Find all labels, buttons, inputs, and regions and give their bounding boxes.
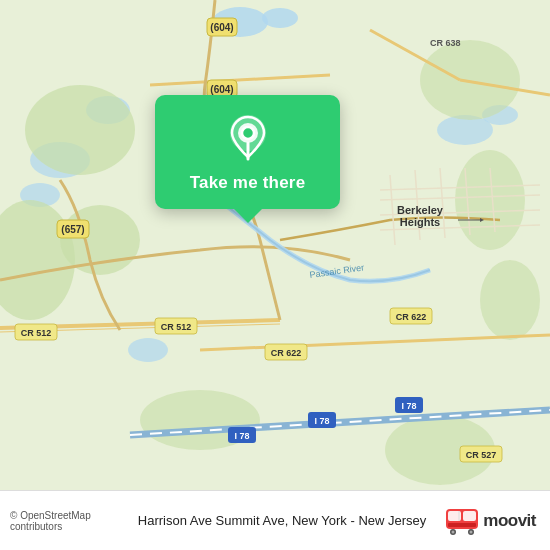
svg-point-2 (262, 8, 298, 28)
svg-text:(604): (604) (210, 84, 233, 95)
svg-point-16 (480, 260, 540, 340)
svg-text:I 78: I 78 (314, 416, 329, 426)
svg-point-72 (452, 530, 455, 533)
svg-point-11 (60, 205, 140, 275)
svg-text:(657): (657) (61, 224, 84, 235)
take-me-there-button[interactable]: Take me there (190, 171, 306, 195)
map-container: (604) (604) CR 638 (657) CR 512 CR 512 C… (0, 0, 550, 490)
popup-card: Take me there (155, 95, 340, 209)
svg-text:CR 527: CR 527 (466, 450, 497, 460)
moovit-bus-icon (445, 507, 479, 535)
svg-point-12 (420, 40, 520, 120)
attribution-text: © OpenStreetMap contributors (10, 510, 91, 532)
svg-point-13 (455, 150, 525, 250)
svg-text:CR 622: CR 622 (396, 312, 427, 322)
moovit-brand-text: moovit (483, 511, 536, 531)
attribution: © OpenStreetMap contributors (10, 510, 119, 532)
svg-rect-68 (463, 511, 476, 521)
bottom-bar: © OpenStreetMap contributors Harrison Av… (0, 490, 550, 550)
svg-text:CR 638: CR 638 (430, 38, 461, 48)
location-pin-icon (224, 113, 272, 161)
svg-text:Heights: Heights (400, 216, 440, 228)
moovit-logo: moovit (445, 507, 536, 535)
svg-point-73 (470, 530, 473, 533)
svg-point-6 (128, 338, 168, 362)
svg-text:I 78: I 78 (401, 401, 416, 411)
location-label: Harrison Ave Summit Ave, New York - New … (138, 513, 427, 528)
svg-text:CR 622: CR 622 (271, 348, 302, 358)
location-info: Harrison Ave Summit Ave, New York - New … (119, 513, 445, 528)
svg-rect-74 (458, 511, 460, 521)
svg-text:Berkeley: Berkeley (397, 204, 444, 216)
svg-text:(604): (604) (210, 22, 233, 33)
svg-text:I 78: I 78 (234, 431, 249, 441)
svg-text:CR 512: CR 512 (21, 328, 52, 338)
svg-rect-69 (448, 523, 476, 527)
svg-point-9 (25, 85, 135, 175)
map-background: (604) (604) CR 638 (657) CR 512 CR 512 C… (0, 0, 550, 490)
svg-text:CR 512: CR 512 (161, 322, 192, 332)
